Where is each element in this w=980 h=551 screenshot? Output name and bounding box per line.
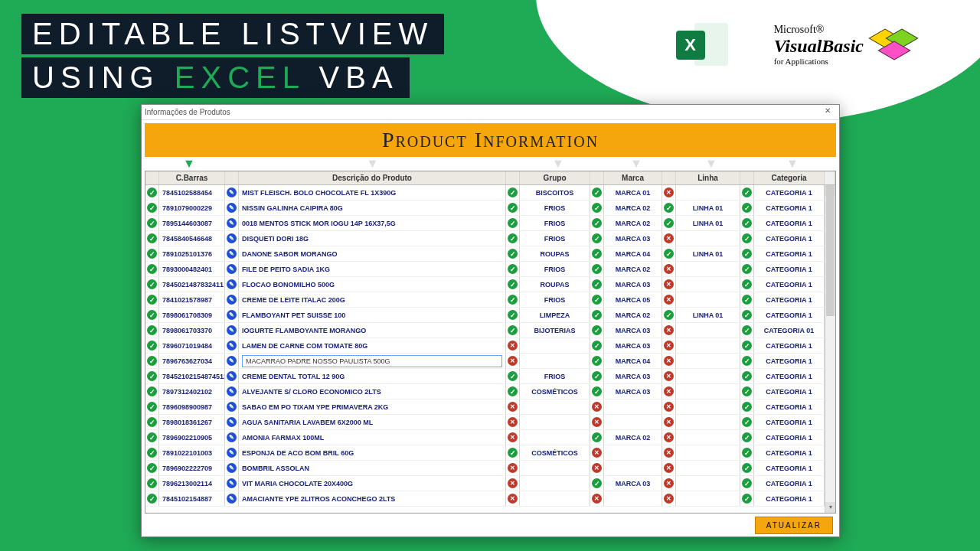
cell-descr: AMONIA FARMAX 100ML bbox=[239, 430, 506, 445]
edit-icon[interactable] bbox=[225, 369, 239, 383]
table-row[interactable]: 7896213002114VIT MARIA CHOCOLATE 20X400G… bbox=[145, 476, 835, 491]
col-descr[interactable]: Descrição do Produto bbox=[239, 171, 506, 184]
close-button[interactable]: ✕ bbox=[819, 106, 836, 119]
table-row[interactable]: 7896071019484LAMEN DE CARNE COM TOMATE 8… bbox=[145, 338, 835, 354]
col-categ[interactable]: Categoria bbox=[754, 171, 825, 184]
cell-descr: LAMEN DE CARNE COM TOMATE 80G bbox=[239, 338, 506, 353]
cell-descr: AMACIANTE YPE 2LITROS ACONCHEGO 2LTS bbox=[239, 491, 506, 506]
cell-descr: FLOCAO BONOMILHO 500G bbox=[239, 277, 506, 292]
edit-icon[interactable] bbox=[225, 323, 239, 337]
edit-icon[interactable] bbox=[225, 246, 239, 261]
cell-linha: LINHA 01 bbox=[676, 246, 740, 261]
cell-barras: 7841021578987 bbox=[159, 292, 225, 307]
table-row[interactable]: 7891079000229NISSIN GALINHA CAIPIRA 80GF… bbox=[145, 201, 835, 216]
edit-icon[interactable] bbox=[225, 308, 239, 322]
cell-descr: CREME DENTAL TOTAL 12 90G bbox=[239, 369, 506, 383]
edit-icon[interactable] bbox=[225, 476, 239, 491]
filter-arrow-icon[interactable]: ▼ bbox=[523, 157, 593, 171]
filter-arrow-icon[interactable]: ▼ bbox=[156, 157, 222, 171]
status-icon bbox=[145, 308, 159, 322]
table-row[interactable]: 7896098900987SABAO EM PO TIXAM YPE PRIMA… bbox=[145, 399, 835, 415]
cell-grupo: FRIOS bbox=[520, 201, 590, 215]
table-row[interactable]: 7891025101376DANONE SABOR MORANGOROUPASM… bbox=[145, 246, 835, 262]
status-icon bbox=[590, 201, 604, 215]
filter-arrow-icon[interactable]: ▼ bbox=[679, 157, 743, 171]
edit-icon[interactable] bbox=[225, 338, 239, 353]
table-row[interactable]: 7896902210905AMONIA FARMAX 100MLMARCA 02… bbox=[145, 430, 835, 445]
filter-arrow-icon[interactable]: ▼ bbox=[607, 157, 665, 171]
status-icon bbox=[145, 216, 159, 230]
edit-icon[interactable] bbox=[225, 430, 239, 445]
status-icon bbox=[145, 384, 159, 399]
userform-window: Informações de Produtos ✕ Product Inform… bbox=[141, 104, 840, 537]
cell-linha bbox=[676, 430, 740, 445]
table-row[interactable]: 7897312402102ALVEJANTE S/ CLORO ECONOMIC… bbox=[145, 384, 835, 399]
cell-descr: FLAMBOYANT PET SUISSE 100 bbox=[239, 308, 506, 322]
edit-icon[interactable] bbox=[225, 292, 239, 307]
table-row[interactable]: 7896763627034MARCA 04CATEGORIA 1 bbox=[145, 354, 835, 369]
table-row[interactable]: 7845021487832411FLOCAO BONOMILHO 500GROU… bbox=[145, 277, 835, 292]
status-icon bbox=[506, 430, 520, 445]
cell-linha bbox=[676, 445, 740, 460]
edit-icon[interactable] bbox=[225, 277, 239, 292]
col-linha[interactable]: Linha bbox=[676, 171, 740, 184]
status-icon bbox=[506, 201, 520, 215]
status-icon bbox=[662, 308, 676, 322]
cell-grupo: FRIOS bbox=[520, 369, 590, 383]
table-row[interactable]: 7898018361267AGUA SANITARIA LAVABEM 6X20… bbox=[145, 415, 835, 430]
listview[interactable]: C.Barras Descrição do Produto Grupo Marc… bbox=[145, 171, 836, 514]
scroll-down-icon[interactable]: ▾ bbox=[825, 502, 835, 513]
table-row[interactable]: 78951446030870018 MENTOS STICK MOR IOGU … bbox=[145, 216, 835, 231]
edit-icon[interactable] bbox=[225, 415, 239, 429]
table-row[interactable]: 7891022101003ESPONJA DE ACO BOM BRIL 60G… bbox=[145, 445, 835, 461]
status-icon bbox=[506, 354, 520, 368]
table-row[interactable]: 7898061703370IOGURTE FLAMBOYANTE MORANGO… bbox=[145, 323, 835, 338]
cell-linha: LINHA 01 bbox=[676, 216, 740, 230]
status-icon bbox=[590, 338, 604, 353]
table-row[interactable]: 7845102588454MIST FLEISCH. BOLO CHOCOLAT… bbox=[145, 185, 835, 201]
edit-icon[interactable] bbox=[225, 461, 239, 475]
status-icon bbox=[506, 308, 520, 322]
status-icon bbox=[506, 231, 520, 246]
titlebar[interactable]: Informações de Produtos ✕ bbox=[142, 105, 839, 120]
status-icon bbox=[740, 277, 754, 292]
col-grupo[interactable]: Grupo bbox=[520, 171, 590, 184]
status-icon bbox=[145, 323, 159, 337]
edit-icon[interactable] bbox=[225, 491, 239, 506]
table-row[interactable]: 7845102154887AMACIANTE YPE 2LITROS ACONC… bbox=[145, 491, 835, 507]
edit-icon[interactable] bbox=[225, 354, 239, 368]
edit-icon[interactable] bbox=[225, 201, 239, 215]
cell-marca: MARCA 03 bbox=[604, 476, 662, 491]
cell-grupo bbox=[520, 476, 590, 491]
table-row[interactable]: 7898061708309FLAMBOYANT PET SUISSE 100LI… bbox=[145, 308, 835, 323]
edit-icon[interactable] bbox=[225, 384, 239, 399]
table-row[interactable]: 78452102154874512CREME DENTAL TOTAL 12 9… bbox=[145, 369, 835, 384]
edit-icon[interactable] bbox=[225, 216, 239, 230]
table-row[interactable]: 7893000482401FILE DE PEITO SADIA 1KGFRIO… bbox=[145, 262, 835, 277]
filter-arrow-icon[interactable]: ▼ bbox=[236, 157, 509, 171]
edit-icon[interactable] bbox=[225, 399, 239, 414]
edit-icon[interactable] bbox=[225, 231, 239, 246]
col-barras[interactable]: C.Barras bbox=[159, 171, 225, 184]
table-row[interactable]: 7896902222709BOMBRIL ASSOLANCATEGORIA 1 bbox=[145, 461, 835, 476]
status-icon bbox=[740, 262, 754, 276]
edit-icon[interactable] bbox=[225, 185, 239, 200]
scroll-thumb[interactable] bbox=[826, 185, 835, 316]
status-icon bbox=[145, 277, 159, 292]
atualizar-button[interactable]: ATUALIZAR bbox=[755, 517, 833, 534]
cell-linha: LINHA 01 bbox=[676, 308, 740, 322]
col-marca[interactable]: Marca bbox=[604, 171, 662, 184]
table-row[interactable]: 7841021578987CREME DE LEITE ITALAC 200GF… bbox=[145, 292, 835, 308]
table-row[interactable]: 7845840546648DISQUETI DORI 18GFRIOSMARCA… bbox=[145, 231, 835, 246]
cell-categ: CATEGORIA 1 bbox=[754, 308, 825, 322]
edit-icon[interactable] bbox=[225, 445, 239, 460]
vertical-scrollbar[interactable]: ▴ ▾ bbox=[825, 185, 835, 513]
cell-marca bbox=[604, 461, 662, 475]
cell-descr: AGUA SANITARIA LAVABEM 6X2000 ML bbox=[239, 415, 506, 429]
status-icon bbox=[740, 491, 754, 506]
edit-input[interactable] bbox=[242, 355, 502, 367]
edit-icon[interactable] bbox=[225, 262, 239, 276]
cell-descr: ESPONJA DE ACO BOM BRIL 60G bbox=[239, 445, 506, 460]
status-icon bbox=[590, 308, 604, 322]
filter-arrow-icon[interactable]: ▼ bbox=[757, 157, 828, 171]
